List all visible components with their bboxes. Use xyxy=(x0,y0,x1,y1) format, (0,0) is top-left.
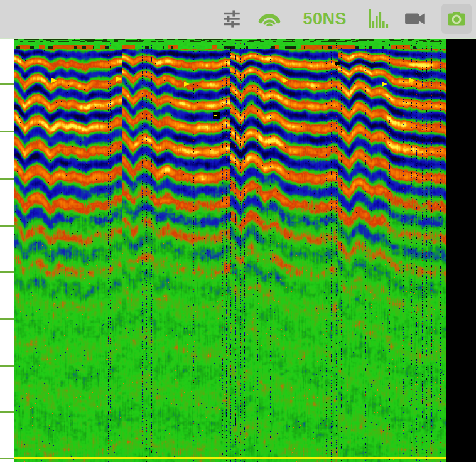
videocam-icon xyxy=(404,9,428,28)
depth-tick xyxy=(0,131,14,132)
time-range-button[interactable]: 50NS xyxy=(303,4,347,34)
histogram-button[interactable] xyxy=(368,4,389,34)
tune-icon xyxy=(221,8,242,30)
camera-icon xyxy=(446,10,467,28)
depth-tick xyxy=(0,458,14,459)
radargram-canvas[interactable] xyxy=(14,39,446,462)
wifi-icon xyxy=(257,8,281,30)
depth-tick xyxy=(0,83,14,85)
toolbar: 50NS xyxy=(0,0,476,39)
videocam-button[interactable] xyxy=(404,4,428,34)
unswept-area xyxy=(446,39,476,462)
depth-tick xyxy=(0,178,14,180)
depth-tick xyxy=(0,318,14,320)
depth-tick xyxy=(0,411,14,413)
depth-tick xyxy=(0,225,14,227)
depth-scale xyxy=(0,39,14,462)
histogram-icon xyxy=(368,8,389,30)
tune-button[interactable] xyxy=(221,4,242,34)
camera-button[interactable] xyxy=(441,4,472,34)
time-range-label: 50NS xyxy=(303,9,347,28)
gpr-app-window: 50NS xyxy=(0,0,476,462)
depth-tick xyxy=(0,271,14,273)
depth-tick xyxy=(0,365,14,367)
wifi-button[interactable] xyxy=(257,4,281,34)
radar-view xyxy=(0,39,476,462)
